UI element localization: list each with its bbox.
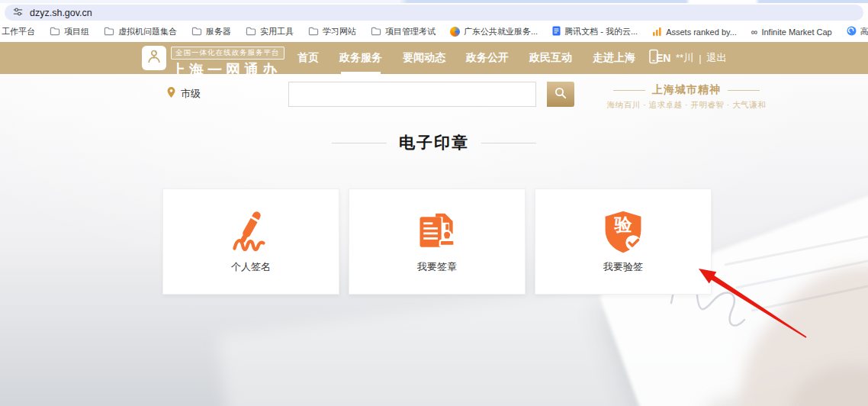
nav-interaction[interactable]: 政民互动	[529, 42, 572, 74]
folder-icon	[50, 27, 60, 37]
card-label: 我要签章	[417, 260, 457, 274]
user-area: **川 | 退出	[676, 51, 727, 65]
divider: |	[693, 53, 706, 64]
nav-about-shanghai[interactable]: 走进上海	[593, 42, 635, 74]
folder-icon	[104, 27, 114, 37]
folder-icon	[308, 27, 319, 37]
bookmark-tools[interactable]: 实用工具	[246, 26, 294, 37]
city-spirit-title: 上海城市精神	[652, 83, 721, 97]
city-spirit-subtitle: 海纳百川 · 追求卓越 · 开明睿智 · 大气谦和	[595, 100, 778, 111]
bookmark-work-platform[interactable]: 工作平台	[2, 26, 35, 37]
location-pin-icon	[166, 86, 176, 101]
bookmark-infinite-market-cap[interactable]: ∞Infinite Market Cap	[751, 27, 832, 37]
search-input[interactable]	[288, 82, 536, 107]
mobile-phone-icon[interactable]	[648, 49, 659, 67]
user-name: **川	[676, 51, 693, 65]
card-verify-signature[interactable]: 验 我要验签	[535, 188, 712, 295]
card-personal-signature[interactable]: 个人签名	[162, 188, 339, 295]
card-label: 我要验签	[603, 260, 643, 274]
page-content: 市级 上海城市精神 海纳百川 · 追求卓越 · 开明睿智 · 大气谦和 电子印章	[0, 74, 868, 406]
signature-pen-icon	[227, 209, 275, 255]
bookmark-project-group[interactable]: 项目组	[50, 26, 89, 37]
card-label: 个人签名	[231, 260, 271, 274]
browser-toolbar: dzyz.sh.gov.cn	[0, 3, 868, 21]
shield-check-icon: 验	[600, 209, 647, 255]
qa-circle-icon	[847, 26, 857, 37]
platform-badge: 全国一体化在线政务服务平台	[171, 47, 285, 60]
url-text[interactable]: dzyz.sh.gov.cn	[30, 8, 92, 18]
browser-window: dzyz.sh.gov.cn 工作平台 项目组 虚拟机问题集合 服务器 实用工具…	[0, 0, 868, 406]
page-title: 电子印章	[399, 132, 469, 153]
bookmark-pm-exam[interactable]: 项目管理考试	[371, 26, 436, 37]
bookmarks-bar: 工作平台 项目组 虚拟机问题集合 服务器 实用工具 学习网站 项目管理考试 广东…	[0, 21, 868, 42]
site-logo[interactable]	[142, 46, 166, 70]
bookmark-assets-ranked[interactable]: Assets ranked by...	[652, 27, 737, 37]
section-header: 电子印章	[0, 132, 868, 153]
site-info-tune-icon[interactable]	[13, 6, 23, 20]
dash-line	[613, 90, 645, 91]
logout-link[interactable]: 退出	[707, 51, 727, 65]
title-rule-left	[332, 143, 387, 143]
infinity-icon: ∞	[751, 27, 758, 37]
bookmark-tencent-docs[interactable]: 腾讯文档 - 我的云...	[552, 26, 638, 37]
folder-icon	[371, 27, 381, 37]
title-rule-right	[481, 143, 536, 143]
region-selector[interactable]: 市级	[166, 86, 201, 101]
address-bar[interactable]: dzyz.sh.gov.cn	[5, 5, 863, 21]
site-header: 全国一体化在线政务服务平台 上海一网通办 首页 政务服务 要闻动态 政务公开 政…	[0, 42, 868, 74]
bookmark-qa-site[interactable]: 高效问答 | 让知识...	[847, 26, 868, 37]
main-nav: 首页 政务服务 要闻动态 政务公开 政民互动 走进上海 EN	[297, 42, 670, 74]
city-spirit-block: 上海城市精神 海纳百川 · 追求卓越 · 开明睿智 · 大气谦和	[595, 83, 778, 111]
nav-disclosure[interactable]: 政务公开	[466, 42, 509, 74]
bookmark-servers[interactable]: 服务器	[191, 26, 231, 37]
header-right: **川 | 退出	[648, 42, 727, 74]
nav-government-services[interactable]: 政务服务	[339, 42, 382, 74]
bookmark-gd-employment[interactable]: 广东公共就业服务...	[450, 26, 538, 37]
folder-icon	[191, 27, 202, 37]
shield-character: 验	[600, 216, 647, 234]
region-label: 市级	[181, 87, 201, 101]
mascot-icon	[146, 48, 162, 68]
magnifier-icon	[555, 87, 567, 102]
guangdong-site-icon	[450, 27, 460, 37]
nav-home[interactable]: 首页	[297, 42, 319, 74]
bookmark-vm-issues[interactable]: 虚拟机问题集合	[104, 26, 177, 37]
tencent-docs-icon	[552, 26, 561, 37]
bar-chart-icon	[652, 27, 662, 37]
search-button[interactable]	[547, 82, 574, 107]
dash-line	[728, 90, 760, 91]
card-apply-stamp[interactable]: 我要签章	[349, 188, 526, 295]
folder-icon	[246, 27, 256, 37]
nav-news[interactable]: 要闻动态	[403, 42, 445, 74]
bookmark-learning[interactable]: 学习网站	[308, 26, 356, 37]
document-stamp-icon	[413, 209, 461, 255]
